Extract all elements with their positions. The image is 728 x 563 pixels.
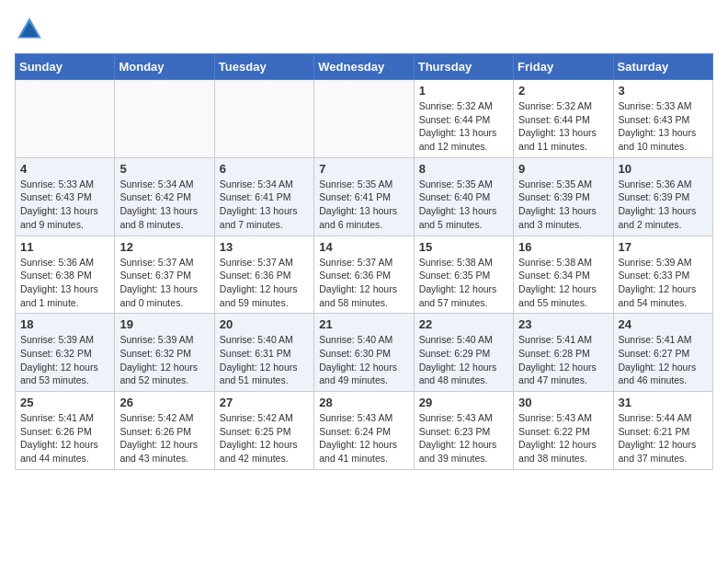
logo-icon [15,15,44,44]
calendar-week-3: 11Sunrise: 5:36 AM Sunset: 6:38 PM Dayli… [16,236,713,314]
calendar-cell: 3Sunrise: 5:33 AM Sunset: 6:43 PM Daylig… [613,80,712,158]
day-info: Sunrise: 5:37 AM Sunset: 6:36 PM Dayligh… [220,256,309,310]
calendar-cell: 8Sunrise: 5:35 AM Sunset: 6:40 PM Daylig… [414,157,513,236]
day-info: Sunrise: 5:39 AM Sunset: 6:32 PM Dayligh… [20,333,109,387]
calendar-cell: 13Sunrise: 5:37 AM Sunset: 6:36 PM Dayli… [214,236,313,314]
calendar-cell: 14Sunrise: 5:37 AM Sunset: 6:36 PM Dayli… [314,236,414,314]
calendar-cell: 4Sunrise: 5:33 AM Sunset: 6:43 PM Daylig… [16,157,115,236]
day-number: 23 [518,317,608,331]
day-number: 2 [518,84,608,98]
weekday-header-friday: Friday [514,54,613,80]
day-info: Sunrise: 5:33 AM Sunset: 6:43 PM Dayligh… [619,99,708,154]
calendar-cell [314,80,414,158]
day-number: 17 [619,240,708,254]
calendar-cell [214,80,313,158]
day-number: 14 [319,240,408,254]
calendar-cell: 24Sunrise: 5:41 AM Sunset: 6:27 PM Dayli… [613,314,712,392]
weekday-header-tuesday: Tuesday [214,54,313,80]
day-info: Sunrise: 5:34 AM Sunset: 6:41 PM Dayligh… [220,178,309,232]
day-info: Sunrise: 5:41 AM Sunset: 6:27 PM Dayligh… [619,333,708,387]
calendar-cell: 23Sunrise: 5:41 AM Sunset: 6:28 PM Dayli… [514,314,613,392]
day-info: Sunrise: 5:40 AM Sunset: 6:30 PM Dayligh… [319,333,408,387]
day-info: Sunrise: 5:39 AM Sunset: 6:33 PM Dayligh… [619,256,708,310]
weekday-header-thursday: Thursday [414,54,513,80]
calendar-week-4: 18Sunrise: 5:39 AM Sunset: 6:32 PM Dayli… [16,314,713,392]
calendar-cell: 5Sunrise: 5:34 AM Sunset: 6:42 PM Daylig… [115,157,214,236]
day-number: 5 [119,162,209,176]
weekday-header-sunday: Sunday [16,54,115,80]
calendar-week-2: 4Sunrise: 5:33 AM Sunset: 6:43 PM Daylig… [16,157,713,236]
calendar-cell: 1Sunrise: 5:32 AM Sunset: 6:44 PM Daylig… [414,80,513,158]
day-number: 18 [20,317,109,331]
day-number: 26 [119,396,209,409]
calendar-cell: 17Sunrise: 5:39 AM Sunset: 6:33 PM Dayli… [613,236,712,314]
day-number: 22 [419,317,508,331]
calendar-cell: 30Sunrise: 5:43 AM Sunset: 6:22 PM Dayli… [514,392,613,470]
calendar-week-5: 25Sunrise: 5:41 AM Sunset: 6:26 PM Dayli… [16,392,713,470]
calendar-cell: 16Sunrise: 5:38 AM Sunset: 6:34 PM Dayli… [514,236,613,314]
day-info: Sunrise: 5:42 AM Sunset: 6:25 PM Dayligh… [220,411,309,465]
day-number: 31 [619,396,708,409]
calendar-cell: 27Sunrise: 5:42 AM Sunset: 6:25 PM Dayli… [214,392,313,470]
day-info: Sunrise: 5:36 AM Sunset: 6:38 PM Dayligh… [20,256,109,310]
day-info: Sunrise: 5:33 AM Sunset: 6:43 PM Dayligh… [20,178,109,232]
day-info: Sunrise: 5:43 AM Sunset: 6:24 PM Dayligh… [319,411,408,465]
weekday-header-saturday: Saturday [613,54,712,80]
day-number: 28 [319,396,408,409]
calendar-cell: 6Sunrise: 5:34 AM Sunset: 6:41 PM Daylig… [214,157,313,236]
calendar-cell: 28Sunrise: 5:43 AM Sunset: 6:24 PM Dayli… [314,392,414,470]
calendar-cell: 10Sunrise: 5:36 AM Sunset: 6:39 PM Dayli… [613,157,712,236]
day-info: Sunrise: 5:43 AM Sunset: 6:23 PM Dayligh… [419,411,508,465]
day-number: 25 [20,396,109,409]
day-info: Sunrise: 5:39 AM Sunset: 6:32 PM Dayligh… [119,333,209,387]
day-number: 24 [619,317,708,331]
day-info: Sunrise: 5:36 AM Sunset: 6:39 PM Dayligh… [619,178,708,232]
weekday-header-row: SundayMondayTuesdayWednesdayThursdayFrid… [16,54,713,80]
day-info: Sunrise: 5:44 AM Sunset: 6:21 PM Dayligh… [619,411,708,465]
day-number: 3 [619,84,708,98]
calendar-cell: 21Sunrise: 5:40 AM Sunset: 6:30 PM Dayli… [314,314,414,392]
page-header [15,15,713,44]
day-number: 9 [518,162,608,176]
day-number: 7 [319,162,408,176]
calendar-cell: 19Sunrise: 5:39 AM Sunset: 6:32 PM Dayli… [115,314,214,392]
calendar-cell: 12Sunrise: 5:37 AM Sunset: 6:37 PM Dayli… [115,236,214,314]
day-number: 29 [419,396,508,409]
calendar-cell: 11Sunrise: 5:36 AM Sunset: 6:38 PM Dayli… [16,236,115,314]
day-number: 16 [518,240,608,254]
calendar-cell: 7Sunrise: 5:35 AM Sunset: 6:41 PM Daylig… [314,157,414,236]
day-info: Sunrise: 5:37 AM Sunset: 6:37 PM Dayligh… [119,256,209,310]
day-info: Sunrise: 5:41 AM Sunset: 6:26 PM Dayligh… [20,411,109,465]
day-number: 15 [419,240,508,254]
calendar-cell [115,80,214,158]
day-info: Sunrise: 5:42 AM Sunset: 6:26 PM Dayligh… [119,411,209,465]
day-info: Sunrise: 5:32 AM Sunset: 6:44 PM Dayligh… [518,99,608,154]
day-number: 27 [220,396,309,409]
day-number: 21 [319,317,408,331]
day-info: Sunrise: 5:38 AM Sunset: 6:35 PM Dayligh… [419,256,508,310]
day-number: 12 [119,240,209,254]
calendar-cell: 9Sunrise: 5:35 AM Sunset: 6:39 PM Daylig… [514,157,613,236]
day-number: 19 [119,317,209,331]
calendar-cell: 22Sunrise: 5:40 AM Sunset: 6:29 PM Dayli… [414,314,513,392]
day-info: Sunrise: 5:40 AM Sunset: 6:31 PM Dayligh… [220,333,309,387]
calendar-cell: 2Sunrise: 5:32 AM Sunset: 6:44 PM Daylig… [514,80,613,158]
calendar-week-1: 1Sunrise: 5:32 AM Sunset: 6:44 PM Daylig… [16,80,713,158]
day-number: 13 [220,240,309,254]
calendar-cell: 26Sunrise: 5:42 AM Sunset: 6:26 PM Dayli… [115,392,214,470]
day-number: 4 [20,162,109,176]
day-number: 20 [220,317,309,331]
day-number: 6 [220,162,309,176]
calendar-cell: 20Sunrise: 5:40 AM Sunset: 6:31 PM Dayli… [214,314,313,392]
day-info: Sunrise: 5:32 AM Sunset: 6:44 PM Dayligh… [419,99,508,154]
calendar-cell: 31Sunrise: 5:44 AM Sunset: 6:21 PM Dayli… [613,392,712,470]
day-info: Sunrise: 5:43 AM Sunset: 6:22 PM Dayligh… [518,411,608,465]
day-info: Sunrise: 5:40 AM Sunset: 6:29 PM Dayligh… [419,333,508,387]
calendar-cell: 25Sunrise: 5:41 AM Sunset: 6:26 PM Dayli… [16,392,115,470]
logo [15,15,48,44]
day-info: Sunrise: 5:35 AM Sunset: 6:40 PM Dayligh… [419,178,508,232]
calendar-cell: 15Sunrise: 5:38 AM Sunset: 6:35 PM Dayli… [414,236,513,314]
day-info: Sunrise: 5:38 AM Sunset: 6:34 PM Dayligh… [518,256,608,310]
calendar-cell [16,80,115,158]
day-info: Sunrise: 5:35 AM Sunset: 6:41 PM Dayligh… [319,178,408,232]
